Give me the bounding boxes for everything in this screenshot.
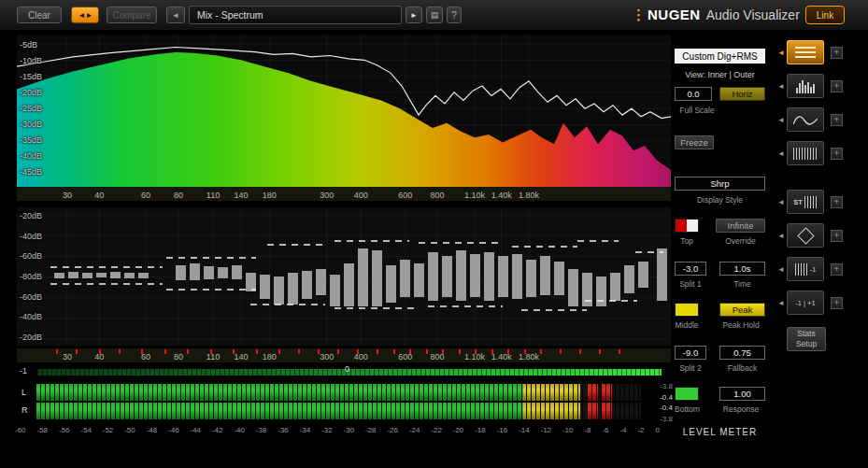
- list-icon: ▤: [431, 10, 439, 20]
- correlation-meter-display-button[interactable]: -1 | +1: [787, 291, 824, 315]
- expand-arrow-icon[interactable]: ◄: [776, 232, 787, 240]
- expand-arrow-icon[interactable]: ◄: [776, 265, 787, 274]
- freq-tick-label: 80: [174, 352, 183, 362]
- clear-button[interactable]: Clear: [17, 7, 62, 23]
- peak-hold-button[interactable]: Peak: [719, 303, 765, 317]
- expand-arrow-icon[interactable]: ◄: [776, 149, 787, 158]
- meter-type-dropdown[interactable]: Custom Dig+RMS: [675, 49, 765, 64]
- peak-marker-tick: [442, 349, 444, 354]
- bottom-color-swatch[interactable]: [675, 387, 699, 401]
- add-display-button[interactable]: +: [831, 230, 843, 242]
- spectrum-curve-display-button[interactable]: [787, 107, 824, 132]
- add-display-button[interactable]: +: [831, 196, 843, 208]
- freq-tick-label: 180: [263, 352, 277, 362]
- preset-dropdown[interactable]: Mix - Spectrum: [189, 6, 402, 24]
- add-display-button[interactable]: +: [831, 114, 843, 126]
- add-display-button[interactable]: +: [831, 148, 843, 160]
- help-icon: ?: [451, 10, 457, 21]
- spectrum-curve-icon: [793, 113, 818, 126]
- split2-field[interactable]: -9.0: [675, 346, 706, 360]
- meter-red-block: [602, 403, 612, 419]
- stats-setup-button[interactable]: Stats Setup: [787, 327, 826, 351]
- peak-marker-tick: [507, 349, 509, 354]
- expand-arrow-icon[interactable]: ◄: [776, 82, 787, 91]
- logo-mark-icon: ⋮: [632, 7, 646, 22]
- spectrogram-display-button[interactable]: [787, 141, 824, 165]
- help-button[interactable]: ?: [447, 7, 462, 23]
- view-mode-toggle[interactable]: View: Inner | Outer: [675, 70, 765, 79]
- peak-marker-tick: [256, 349, 258, 354]
- link-button[interactable]: Link: [805, 6, 845, 24]
- play-button[interactable]: ►: [406, 7, 422, 23]
- peak-marker-tick: [337, 349, 339, 354]
- split2-value: -9.0: [683, 347, 698, 358]
- peak-marker-tick: [459, 349, 461, 354]
- peak-marker-tick: [426, 349, 428, 354]
- clear-button-label: Clear: [28, 10, 50, 21]
- compare-button-label: Compare: [112, 10, 150, 21]
- vectorscope-diamond-icon: [797, 227, 814, 244]
- spectrum-frequency-axis: 304060801101401803004006008001.10k1.40k1…: [17, 187, 671, 201]
- time-label: Time: [719, 279, 765, 289]
- freq-tick-label: 300: [320, 191, 334, 200]
- histogram-bar: [316, 269, 326, 295]
- meter-scale-label: -42: [212, 426, 223, 434]
- add-display-button[interactable]: +: [831, 297, 843, 309]
- app-window: Clear ◄ ► Compare ◄ Mix - Spectrum ► ▤ ?…: [0, 0, 868, 468]
- response-label: Response: [714, 404, 768, 414]
- histogram-bar: [204, 266, 214, 279]
- expand-arrow-icon[interactable]: ◄: [776, 299, 787, 307]
- spectrum-svg: [17, 35, 671, 187]
- split2-label: Split 2: [675, 363, 706, 373]
- histogram-bar: [218, 267, 228, 278]
- app-logo: ⋮NUGENAudio Visualizer: [632, 7, 800, 23]
- meter-scale-label: -32: [321, 426, 333, 434]
- display-style-dropdown[interactable]: Shrp: [675, 177, 765, 191]
- preset-prev-button[interactable]: ◄: [166, 7, 185, 23]
- histogram-bar: [400, 260, 410, 297]
- correlation-history-display-button[interactable]: -1: [787, 257, 824, 281]
- st-icon-label: ST: [793, 198, 803, 206]
- middle-color-swatch[interactable]: [675, 303, 699, 317]
- horiz-button[interactable]: Horiz: [719, 87, 765, 101]
- sidebar-row-correlation-meter: ◄ -1 | +1 +: [776, 290, 867, 316]
- histogram-bar: [302, 271, 312, 299]
- meter-yellow: [523, 384, 581, 401]
- preset-list-button[interactable]: ▤: [426, 7, 443, 23]
- histogram-frequency-axis: 304060801101401803004006008001.10k1.40k1…: [17, 348, 671, 362]
- spectrum-display-button[interactable]: [787, 40, 824, 64]
- full-scale-field[interactable]: 0.0: [675, 87, 712, 101]
- freq-tick-label: 400: [354, 191, 368, 200]
- meter-green: [36, 384, 523, 401]
- spectrum-lines-icon: [795, 47, 816, 58]
- time-field[interactable]: 1.0s: [719, 262, 765, 276]
- display-style-value: Shrp: [710, 178, 729, 189]
- expand-arrow-icon[interactable]: ◄: [776, 116, 787, 124]
- meter-scale-label: -36: [277, 426, 289, 434]
- split1-field[interactable]: -3.0: [675, 262, 706, 276]
- vectorscope-display-button[interactable]: [787, 223, 824, 248]
- freq-tick-label: 30: [63, 191, 72, 200]
- compare-button[interactable]: Compare: [107, 7, 157, 23]
- top-color-swatch[interactable]: [675, 219, 699, 233]
- time-value: 1.0s: [734, 263, 751, 274]
- peak-marker-tick: [409, 349, 411, 354]
- infinite-button[interactable]: Infinite: [716, 219, 765, 233]
- histogram-display-button[interactable]: [787, 74, 824, 98]
- freeze-button[interactable]: Freeze: [675, 135, 714, 149]
- middle-label: Middle: [675, 320, 699, 330]
- swap-ab-button[interactable]: ◄ ►: [71, 7, 99, 23]
- add-display-button[interactable]: +: [831, 47, 843, 59]
- peak-hold-label: Peak Hold: [714, 320, 768, 330]
- histogram-bar: [330, 275, 340, 306]
- add-display-button[interactable]: +: [831, 263, 843, 276]
- peak-button-label: Peak: [733, 305, 753, 315]
- add-display-button[interactable]: +: [831, 80, 843, 92]
- expand-arrow-icon[interactable]: ◄: [776, 49, 787, 57]
- response-field[interactable]: 1.00: [719, 387, 765, 401]
- fallback-field[interactable]: 0.75: [719, 346, 765, 360]
- meter-scale-label: -22: [431, 426, 442, 434]
- histogram-bar: [110, 272, 121, 278]
- expand-arrow-icon[interactable]: ◄: [776, 198, 787, 206]
- stereo-spectrum-display-button[interactable]: ST: [787, 190, 824, 214]
